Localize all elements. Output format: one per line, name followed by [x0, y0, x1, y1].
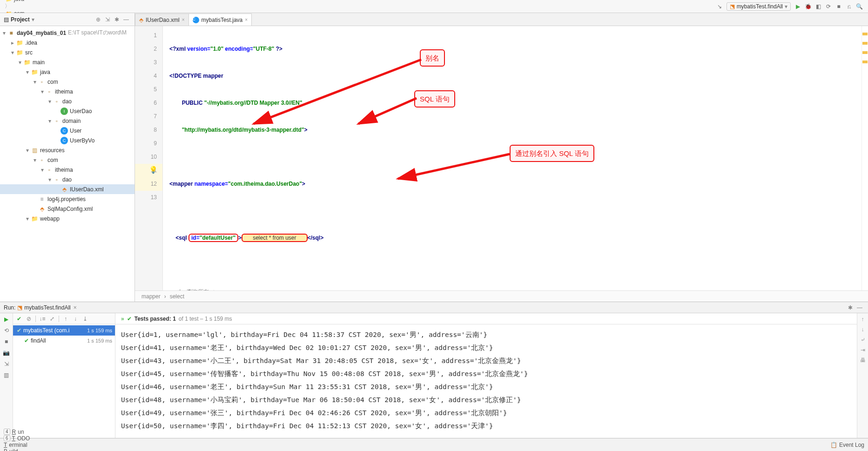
tree-node[interactable]: ▾▥resources	[0, 145, 135, 155]
show-ignored-icon[interactable]: ⊘	[25, 315, 33, 323]
tree-node[interactable]: ▸📁.idea	[0, 38, 135, 47]
run-tool-window: Run: ⬔ mybatisTest.findAll × ✱ — ▶ ⟲ ■ 📷…	[0, 302, 868, 438]
editor-tab[interactable]: ⬘IUserDao.xml×	[135, 13, 189, 26]
scroll-from-source-icon[interactable]: ⊕	[94, 16, 102, 23]
callout-include: 通过别名引入 SQL 语句	[510, 145, 594, 162]
tree-node[interactable]: ▾📁java	[0, 67, 135, 77]
console-right-toolbar: ↑ ↓ ⤶ ⇥ 🖶	[857, 313, 868, 438]
gear-icon[interactable]: ✱	[846, 304, 855, 311]
soft-wrap-icon[interactable]: ⤶	[861, 337, 865, 343]
test-tree[interactable]: ✔mybatisTest (com.i1 s 159 ms✔findAll1 s…	[13, 324, 115, 438]
editor-breadcrumb[interactable]: mapper›select	[135, 290, 868, 302]
run-config-name: mybatisTest.findAll	[24, 304, 70, 311]
editor-area: ⬘IUserDao.xml×CmybatisTest.java× 1234567…	[135, 13, 868, 302]
statusbar-item[interactable]: Build	[4, 448, 44, 451]
sort-icon[interactable]: ↓≡	[38, 315, 47, 323]
run-label: Run:	[4, 304, 15, 311]
test-node[interactable]: ✔mybatisTest (com.i1 s 159 ms	[13, 325, 115, 336]
callout-sql: SQL 语句	[414, 90, 455, 108]
callout-alias: 别名	[420, 49, 445, 67]
tree-node[interactable]: ⬘SqlMapConfig.xml	[0, 204, 135, 214]
show-passed-icon[interactable]: ✔	[15, 315, 23, 323]
editor-tabs: ⬘IUserDao.xml×CmybatisTest.java×	[135, 13, 868, 26]
tree-node[interactable]: ▾▫com	[0, 77, 135, 87]
up-icon[interactable]: ↑	[861, 316, 864, 323]
tree-node[interactable]: ▾▫dao	[0, 96, 135, 106]
run-icon[interactable]: ▶	[793, 2, 802, 11]
statusbar-item[interactable]: Terminal	[4, 442, 44, 448]
tests-passed-count: Tests passed: 1	[135, 316, 176, 322]
tree-node[interactable]: CUser	[0, 126, 135, 135]
run-config-selector[interactable]: ⬔ mybatisTest.findAll ▾	[727, 2, 791, 11]
layout-icon[interactable]: ▥	[2, 371, 11, 379]
hide-run-icon[interactable]: —	[855, 304, 864, 311]
build-icon[interactable]: ↘	[715, 2, 724, 11]
git-icon[interactable]: ⎌	[844, 2, 854, 11]
next-icon[interactable]: ↓	[71, 315, 80, 323]
dump-icon[interactable]: 📷	[2, 349, 11, 357]
search-icon[interactable]: 🔍	[855, 2, 864, 11]
hide-icon[interactable]: —	[122, 16, 130, 23]
tree-node[interactable]: ▾📁main	[0, 57, 135, 67]
collapse-all-icon[interactable]: ⇲	[103, 16, 112, 23]
statusbar-item[interactable]: 6 TODO	[4, 435, 44, 442]
editor-tab[interactable]: CmybatisTest.java×	[188, 13, 252, 26]
sql-fragment: select * from user	[242, 234, 307, 242]
profile-icon[interactable]: ⟳	[824, 2, 833, 11]
check-icon: ✔	[127, 316, 132, 322]
editor-gutter: 12345678910111213	[135, 26, 163, 290]
tree-node[interactable]: ▾▫dao	[0, 175, 135, 184]
toggle-auto-icon[interactable]: ⟲	[2, 326, 11, 335]
project-header: ▤ Project ▾ ⊕ ⇲ ✱ —	[0, 13, 135, 26]
navigation-bar: 📁day04_mybatis_01〉📁src〉📁test〉📁java〉📁com〉…	[0, 0, 868, 13]
intention-bulb-icon[interactable]: 💡	[149, 163, 158, 176]
tree-node[interactable]: ▾📁src	[0, 47, 135, 57]
editor-marker-bar[interactable]	[861, 26, 868, 290]
project-icon: ▤	[4, 16, 9, 23]
export-icon[interactable]: ⤓	[81, 315, 89, 323]
close-icon[interactable]: ×	[182, 17, 185, 22]
stop-icon[interactable]: ■	[834, 2, 843, 11]
down-icon[interactable]: ↓	[861, 326, 864, 333]
event-log-button[interactable]: 📋 Event Log	[830, 442, 864, 448]
test-node[interactable]: ✔findAll1 s 159 ms	[13, 336, 115, 346]
tree-root[interactable]: ▾■day04_mybatis_01 E:\IT space\ITのword\M	[0, 28, 135, 38]
breadcrumb-item[interactable]: 📁java	[4, 0, 65, 2]
stop-run-icon[interactable]: ■	[2, 337, 11, 346]
prev-icon[interactable]: ↑	[61, 315, 70, 323]
tree-node[interactable]: ≡log4j.properties	[0, 194, 135, 204]
tree-node[interactable]: ▾▫itheima	[0, 87, 135, 96]
close-icon[interactable]: ×	[245, 17, 248, 22]
tree-node[interactable]: ⬘IUserDao.xml	[0, 184, 135, 194]
scroll-end-icon[interactable]: ⇥	[861, 347, 865, 353]
settings-icon[interactable]: ✱	[113, 16, 121, 23]
status-bar: 4 Run6 TODOTerminalBuildJava Enterprise …	[0, 438, 868, 451]
project-tool-window: ▤ Project ▾ ⊕ ⇲ ✱ — ▾■day04_mybatis_01 E…	[0, 13, 135, 302]
pin-icon[interactable]: ⇲	[2, 360, 11, 368]
close-tab-icon[interactable]: ×	[74, 304, 77, 311]
run-config-label: mybatisTest.findAll	[737, 3, 783, 10]
tree-node[interactable]: IUserDao	[0, 106, 135, 116]
tree-node[interactable]: ▾▫itheima	[0, 165, 135, 175]
expand-icon[interactable]: ⤢	[48, 315, 56, 323]
coverage-icon[interactable]: ◧	[814, 2, 823, 11]
project-tree[interactable]: ▾■day04_mybatis_01 E:\IT space\ITのword\M…	[0, 26, 135, 302]
debug-icon[interactable]: 🐞	[803, 2, 813, 11]
console-output[interactable]: User{id=1, username='lgl', birthday=Fri …	[115, 324, 857, 438]
editor-code[interactable]: <?xml version="1.0" encoding="UTF-8" ?> …	[163, 26, 861, 290]
test-toolbar: ✔ ⊘ ↓≡ ⤢ ↑ ↓ ⤓	[13, 313, 115, 324]
tree-node[interactable]: ▾▫domain	[0, 116, 135, 126]
statusbar-item[interactable]: 4 Run	[4, 429, 44, 435]
rerun-icon[interactable]: ▶	[2, 315, 11, 323]
tests-total: of 1 test – 1 s 159 ms	[179, 316, 232, 322]
tree-node[interactable]: CUserByVo	[0, 135, 135, 145]
run-left-toolbar: ▶ ⟲ ■ 📷 ⇲ ▥	[0, 313, 13, 438]
tree-node[interactable]: ▾▫com	[0, 155, 135, 165]
project-title: Project	[11, 16, 30, 23]
print-icon[interactable]: 🖶	[860, 357, 866, 363]
tree-node[interactable]: ▾📁webapp	[0, 214, 135, 223]
